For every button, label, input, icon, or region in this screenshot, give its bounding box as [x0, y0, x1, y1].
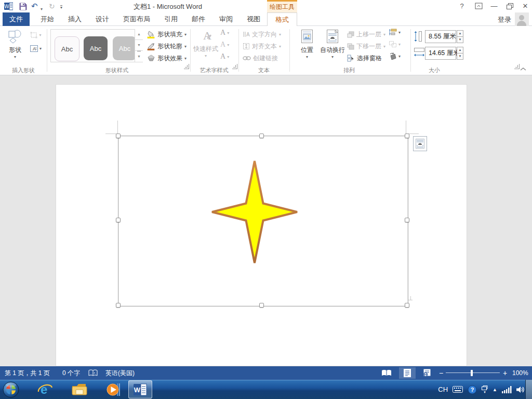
shape-outline-button[interactable]: 形状轮廓▾ — [147, 41, 187, 52]
document-area[interactable] — [0, 75, 532, 366]
network-icon[interactable] — [502, 386, 512, 393]
zoom-in-button[interactable]: + — [503, 366, 507, 380]
language-bar-options[interactable]: ▾ — [482, 385, 488, 393]
help-button[interactable]: ? — [455, 2, 469, 11]
file-explorer-button[interactable] — [71, 381, 88, 398]
text-outline-button[interactable]: A▾ — [220, 41, 236, 49]
shape-styles-dialog-launcher[interactable] — [184, 64, 189, 69]
page-indicator[interactable]: 第 1 页，共 1 页 — [5, 366, 50, 380]
zoom-slider-track[interactable] — [446, 373, 500, 373]
start-button[interactable] — [2, 381, 20, 398]
tab-references[interactable]: 引用 — [157, 12, 185, 26]
tab-mailings[interactable]: 邮件 — [184, 12, 212, 26]
word-taskbar-button[interactable]: W — [128, 380, 152, 398]
tab-review[interactable]: 审阅 — [212, 12, 240, 26]
bring-forward-button[interactable]: 上移一层▾ — [347, 29, 385, 40]
text-fill-button[interactable]: A▾ — [220, 29, 236, 37]
tab-design[interactable]: 设计 — [88, 12, 116, 26]
shape-effects-button[interactable]: 形状效果▾ — [147, 52, 187, 64]
group-label-text: 文本 — [238, 66, 289, 74]
language-help-icon[interactable]: ? — [468, 385, 477, 394]
avatar[interactable] — [515, 12, 529, 26]
group-label-wordart: 艺术字样式 — [190, 66, 238, 74]
internet-explorer-button[interactable]: e — [36, 381, 54, 398]
tab-view[interactable]: 视图 — [240, 12, 268, 26]
quick-styles-button[interactable]: A 快速样式 ▾ — [193, 28, 218, 65]
show-desktop-button[interactable] — [525, 380, 532, 399]
read-mode-button[interactable] — [378, 367, 395, 379]
resize-handle-w[interactable] — [116, 218, 121, 222]
volume-icon[interactable] — [516, 386, 525, 393]
shape-style-3[interactable]: Abc — [113, 36, 137, 60]
redo-button[interactable]: ↻ — [49, 2, 55, 10]
wrap-text-button[interactable]: 自动换行 ▾ — [319, 28, 346, 65]
create-link-button[interactable]: 创建链接 — [243, 52, 278, 64]
width-spin-down[interactable]: ▼ — [457, 53, 463, 60]
ime-indicator[interactable]: CH — [438, 385, 448, 393]
resize-handle-nw[interactable] — [116, 134, 121, 138]
text-direction-button[interactable]: A 文字方向▾ — [243, 29, 281, 40]
gallery-scroll-up[interactable]: ▲ — [135, 29, 143, 40]
close-button[interactable]: ✕ — [518, 2, 532, 11]
tab-file[interactable]: 文件 — [3, 12, 30, 26]
height-spinner[interactable]: ▲ ▼ — [457, 30, 463, 43]
rotate-objects-button[interactable]: ▾ — [389, 52, 401, 60]
tab-page-layout[interactable]: 页面布局 — [116, 12, 157, 26]
shape-width-field[interactable]: 14.65 厘米 — [425, 47, 456, 60]
qat-customize-button[interactable]: ▾ — [60, 3, 62, 11]
draw-text-box-button[interactable]: A ▾ — [27, 43, 45, 54]
gallery-more-button[interactable]: ▼ — [135, 51, 143, 62]
group-objects-button[interactable]: ▾ — [389, 41, 401, 48]
proofing-status-icon[interactable] — [88, 369, 98, 378]
language-indicator[interactable]: 英语(美国) — [105, 366, 135, 380]
print-layout-button[interactable] — [399, 367, 416, 379]
shape-style-2[interactable]: Abc — [84, 36, 108, 60]
shape-fill-button[interactable]: 形状填充▾ — [147, 29, 187, 40]
word-count[interactable]: 0 个字 — [62, 366, 80, 380]
minimize-button[interactable]: — — [487, 2, 501, 11]
print-layout-icon — [404, 369, 411, 377]
zoom-slider-thumb[interactable] — [471, 370, 473, 376]
zoom-level[interactable]: 100% — [512, 366, 528, 380]
shape-height-field[interactable]: 8.55 厘米 — [425, 30, 456, 43]
align-text-button[interactable]: 对齐文本▾ — [243, 41, 281, 52]
height-spin-down[interactable]: ▼ — [457, 36, 463, 43]
size-dialog-launcher[interactable] — [514, 64, 520, 69]
tab-format-active[interactable]: 格式 — [267, 12, 297, 26]
width-spinner[interactable]: ▲ ▼ — [457, 47, 463, 60]
wordart-dialog-launcher[interactable] — [232, 64, 237, 69]
layout-options-button[interactable] — [413, 136, 427, 151]
resize-handle-se[interactable] — [405, 303, 409, 308]
tab-insert[interactable]: 插入 — [61, 12, 89, 26]
resize-handle-n[interactable] — [259, 134, 264, 138]
align-objects-button[interactable]: ▾ — [389, 29, 401, 36]
media-player-button[interactable] — [104, 381, 122, 398]
position-button[interactable]: 位置 ▾ — [296, 28, 318, 65]
four-point-star-shape[interactable] — [208, 157, 301, 269]
send-backward-button[interactable]: 下移一层▾ — [347, 41, 385, 52]
resize-handle-sw[interactable] — [116, 303, 121, 308]
align-objects-icon — [389, 29, 397, 36]
collapse-ribbon-button[interactable] — [520, 64, 527, 74]
undo-button[interactable]: ↶ — [31, 2, 38, 10]
edit-shape-button[interactable]: ▾ — [27, 29, 45, 41]
tab-home[interactable]: 开始 — [33, 12, 61, 26]
save-button[interactable] — [19, 2, 27, 10]
ribbon-display-options-button[interactable] — [472, 3, 485, 12]
selection-pane-button[interactable]: 选择窗格 — [347, 52, 382, 64]
show-hidden-icons-button[interactable]: ▲ — [493, 387, 497, 392]
web-layout-button[interactable] — [419, 367, 435, 379]
restore-button[interactable] — [503, 3, 516, 12]
resize-handle-ne[interactable] — [405, 134, 409, 138]
zoom-out-button[interactable]: − — [439, 366, 443, 380]
shapes-button[interactable]: 形状 ▾ — [3, 28, 27, 65]
text-effects-button[interactable]: A▾ — [220, 52, 236, 61]
undo-dropdown[interactable]: ▾ — [41, 5, 43, 13]
restore-icon — [507, 3, 513, 9]
keyboard-icon[interactable] — [453, 386, 463, 393]
resize-handle-e[interactable] — [405, 218, 409, 222]
shape-style-1[interactable]: Abc — [55, 36, 79, 61]
gallery-scroll-down[interactable]: ▼ — [135, 40, 143, 51]
resize-handle-s[interactable] — [259, 303, 264, 308]
sign-in-link[interactable]: 登录 — [498, 15, 511, 24]
